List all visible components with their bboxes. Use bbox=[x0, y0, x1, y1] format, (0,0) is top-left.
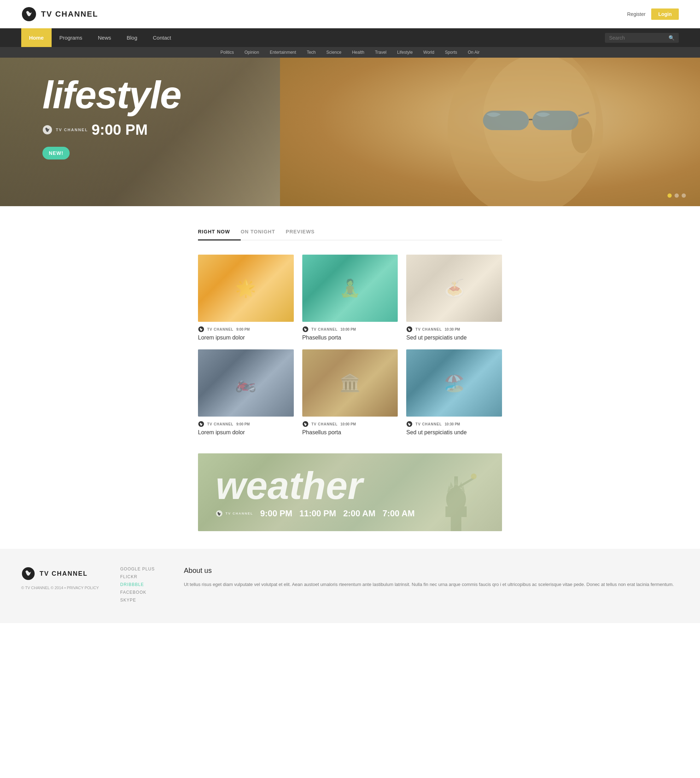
hero-new-badge: NEW! bbox=[42, 147, 70, 160]
top-right-actions: Register Login bbox=[627, 8, 679, 20]
hero-background-person bbox=[280, 58, 700, 206]
subnav-science[interactable]: Science bbox=[326, 50, 342, 55]
footer-about-title: About us bbox=[184, 566, 679, 575]
program-title-4: Lorem ipsum dolor bbox=[198, 429, 294, 436]
svg-line-25 bbox=[456, 478, 474, 489]
program-card-1[interactable]: 🌟 TV CHANNEL 9:00 PM Lorem ipsum dolor bbox=[198, 255, 294, 341]
footer-copyright: © TV CHANNEL © 2014 • PRIVACY POLICY bbox=[21, 585, 99, 591]
program-card-2[interactable]: 🧘 TV CHANNEL 10:00 PM Phasellus porta bbox=[302, 255, 398, 341]
program-card-5[interactable]: 🏛️ TV CHANNEL 10:00 PM Phasellus porta bbox=[302, 349, 398, 436]
footer-link-skype[interactable]: SKYPE bbox=[120, 598, 163, 603]
weather-content: weather TV CHANNEL 9:00 PM 11:00 PM 2:00… bbox=[198, 466, 432, 518]
weather-time-2: 11:00 PM bbox=[300, 509, 336, 518]
footer-about-text: Ut tellus risus eget diam vulputate vel … bbox=[184, 580, 679, 588]
program-time-2: 10:00 PM bbox=[340, 327, 356, 331]
nav-programs[interactable]: Programs bbox=[52, 28, 90, 47]
subnav-entertainment[interactable]: Entertainment bbox=[270, 50, 296, 55]
login-button[interactable]: Login bbox=[651, 8, 679, 20]
subnav-tech[interactable]: Tech bbox=[307, 50, 316, 55]
logo-icon bbox=[21, 7, 37, 22]
hero-title: lifestyle bbox=[42, 75, 181, 114]
program-thumb-1: 🌟 bbox=[198, 255, 294, 322]
site-name: TV CHANNEL bbox=[41, 10, 98, 19]
program-time-6: 10:30 PM bbox=[445, 422, 460, 426]
program-card-3[interactable]: 🍝 TV CHANNEL 10:30 PM Sed ut perspiciati… bbox=[406, 255, 502, 341]
footer-link-flickr[interactable]: FLICKR bbox=[120, 574, 163, 579]
weather-logo-icon bbox=[216, 510, 223, 517]
nav-home[interactable]: Home bbox=[21, 28, 52, 47]
footer-logo-area: TV CHANNEL bbox=[21, 566, 99, 581]
hero-time: 9:00 PM bbox=[92, 121, 148, 138]
subnav-politics[interactable]: Politics bbox=[221, 50, 234, 55]
nav-news[interactable]: News bbox=[90, 28, 119, 47]
program-channel-3: TV CHANNEL bbox=[415, 327, 442, 331]
footer-link-google[interactable]: GOOGLE PLUS bbox=[120, 566, 163, 571]
svg-marker-21 bbox=[450, 482, 453, 489]
program-meta-5: TV CHANNEL 10:00 PM bbox=[302, 421, 398, 427]
sub-nav: Politics Opinion Entertainment Tech Scie… bbox=[0, 47, 700, 58]
subnav-health[interactable]: Health bbox=[352, 50, 365, 55]
weather-channel-info: TV CHANNEL bbox=[216, 510, 253, 517]
weather-time-1: 9:00 PM bbox=[260, 509, 292, 518]
program-card-4[interactable]: 🏍️ TV CHANNEL 9:00 PM Lorem ipsum dolor bbox=[198, 349, 294, 436]
program-logo-icon-4 bbox=[198, 421, 204, 427]
footer-links: GOOGLE PLUS FLICKR DRIBBBLE FACEBOOK SKY… bbox=[120, 566, 163, 605]
tab-on-tonight[interactable]: ON TONIGHT bbox=[241, 224, 286, 240]
program-title-5: Phasellus porta bbox=[302, 429, 398, 436]
hero-dot-3[interactable] bbox=[682, 194, 686, 198]
hero-dot-2[interactable] bbox=[675, 194, 679, 198]
weather-inner[interactable]: weather TV CHANNEL 9:00 PM 11:00 PM 2:00… bbox=[198, 453, 502, 531]
subnav-opinion[interactable]: Opinion bbox=[245, 50, 259, 55]
subnav-travel[interactable]: Travel bbox=[375, 50, 387, 55]
tab-previews[interactable]: PREVIEWS bbox=[286, 224, 325, 240]
program-channel-2: TV CHANNEL bbox=[312, 327, 338, 331]
program-title-3: Sed ut perspiciatis unde bbox=[406, 334, 502, 341]
program-thumb-3: 🍝 bbox=[406, 255, 502, 322]
topbar: TV CHANNEL Register Login bbox=[0, 0, 700, 28]
program-thumb-5: 🏛️ bbox=[302, 349, 398, 417]
program-grid: 🌟 TV CHANNEL 9:00 PM Lorem ipsum dolor 🧘 bbox=[198, 255, 502, 436]
thumb-beach-icon: 🌟 bbox=[235, 278, 256, 298]
nav-blog[interactable]: Blog bbox=[119, 28, 145, 47]
hero-channel-name: TV CHANNEL bbox=[56, 128, 88, 132]
program-logo-icon-1 bbox=[198, 326, 204, 332]
hero-dot-1[interactable] bbox=[667, 194, 672, 198]
program-logo-icon-2 bbox=[302, 326, 308, 332]
nav-contact[interactable]: Contact bbox=[145, 28, 179, 47]
hero-content: lifestyle TV CHANNEL 9:00 PM NEW! bbox=[42, 75, 181, 160]
program-channel-4: TV CHANNEL bbox=[207, 422, 233, 426]
program-title-1: Lorem ipsum dolor bbox=[198, 334, 294, 341]
subnav-on-air[interactable]: On Air bbox=[468, 50, 479, 55]
thumb-landscape-icon: 🏖️ bbox=[444, 373, 465, 393]
program-meta-1: TV CHANNEL 9:00 PM bbox=[198, 326, 294, 332]
svg-point-26 bbox=[471, 474, 477, 479]
footer-logo-icon bbox=[21, 566, 35, 581]
subnav-world[interactable]: World bbox=[423, 50, 434, 55]
program-thumb-4: 🏍️ bbox=[198, 349, 294, 417]
search-input[interactable] bbox=[609, 35, 666, 41]
subnav-lifestyle[interactable]: Lifestyle bbox=[397, 50, 413, 55]
search-icon[interactable]: 🔍 bbox=[668, 35, 675, 41]
weather-time-3: 2:00 AM bbox=[343, 509, 375, 518]
program-meta-4: TV CHANNEL 9:00 PM bbox=[198, 421, 294, 427]
register-link[interactable]: Register bbox=[627, 11, 645, 17]
thumb-food-icon: 🍝 bbox=[444, 278, 465, 298]
program-channel-1: TV CHANNEL bbox=[207, 327, 233, 331]
weather-time-4: 7:00 AM bbox=[383, 509, 415, 518]
hero-section: lifestyle TV CHANNEL 9:00 PM NEW! bbox=[0, 58, 700, 206]
footer-link-dribbble[interactable]: DRIBBBLE bbox=[120, 582, 163, 587]
program-card-6[interactable]: 🏖️ TV CHANNEL 10:30 PM Sed ut perspiciat… bbox=[406, 349, 502, 436]
footer-link-facebook[interactable]: FACEBOOK bbox=[120, 590, 163, 595]
footer: TV CHANNEL © TV CHANNEL © 2014 • PRIVACY… bbox=[0, 549, 700, 623]
program-thumb-2: 🧘 bbox=[302, 255, 398, 322]
footer-brand: TV CHANNEL © TV CHANNEL © 2014 • PRIVACY… bbox=[21, 566, 99, 605]
program-meta-6: TV CHANNEL 10:30 PM bbox=[406, 421, 502, 427]
tab-right-now[interactable]: RIGHT NOW bbox=[198, 224, 241, 240]
program-time-3: 10:30 PM bbox=[445, 327, 460, 331]
program-title-6: Sed ut perspiciatis unde bbox=[406, 429, 502, 436]
weather-channel-name: TV CHANNEL bbox=[225, 512, 253, 515]
subnav-sports[interactable]: Sports bbox=[445, 50, 457, 55]
hero-channel-logo-icon bbox=[42, 125, 52, 135]
footer-about: About us Ut tellus risus eget diam vulpu… bbox=[184, 566, 679, 605]
program-meta-3: TV CHANNEL 10:30 PM bbox=[406, 326, 502, 332]
